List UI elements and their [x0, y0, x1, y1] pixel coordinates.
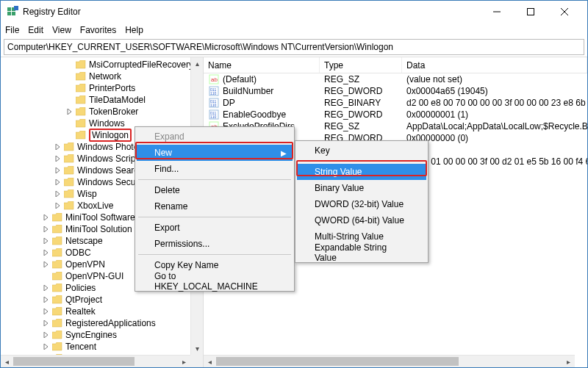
ctx-delete[interactable]: Delete — [137, 182, 293, 198]
tree-item[interactable]: Realtek — [1, 306, 203, 317]
svg-text:ab: ab — [211, 76, 218, 83]
ctx-expand[interactable]: Expand — [137, 129, 293, 145]
tree-item-label: XboxLive — [77, 201, 113, 211]
ctx-rename[interactable]: Rename — [137, 198, 293, 214]
ctx-new-string[interactable]: String Value — [297, 164, 426, 180]
tree-item-label: QtProject — [65, 295, 102, 305]
address-text: Computer\HKEY_CURRENT_USER\SOFTWARE\Micr… — [7, 42, 393, 52]
expand-icon[interactable] — [42, 284, 51, 292]
expand-icon[interactable] — [54, 178, 62, 187]
ctx-go-hklm[interactable]: Go to HKEY_LOCAL_MACHINE — [137, 273, 293, 289]
svg-rect-0 — [7, 7, 11, 11]
value-row[interactable]: 011110EnableGoodbyeREG_DWORD0x00000001 (… — [204, 109, 587, 120]
scroll-right-icon[interactable]: ▸ — [562, 356, 575, 367]
tree-item[interactable]: Network — [1, 71, 203, 82]
expand-icon[interactable] — [42, 342, 51, 351]
expand-icon[interactable] — [65, 107, 74, 116]
tree-item[interactable]: MsiCorruptedFileRecovery — [1, 59, 203, 71]
ctx-new[interactable]: New▶ — [137, 145, 293, 161]
value-name: DP — [223, 98, 235, 108]
expand-icon[interactable] — [42, 237, 51, 245]
scroll-up-icon[interactable]: ▴ — [191, 57, 204, 70]
tree-item[interactable]: SyncEngines — [1, 329, 203, 341]
ctx-new-expand[interactable]: Expandable String Value — [297, 245, 426, 261]
expand-icon[interactable] — [42, 248, 51, 257]
expand-icon[interactable] — [42, 331, 51, 339]
expand-icon[interactable] — [54, 201, 62, 210]
svg-rect-2 — [7, 12, 11, 15]
value-type: REG_SZ — [320, 74, 402, 84]
close-button[interactable] — [548, 1, 581, 23]
window-title: Registry Editor — [23, 7, 480, 17]
value-row[interactable]: 011110DPREG_BINARYd2 00 e8 00 70 00 00 0… — [204, 97, 587, 109]
expand-icon[interactable] — [42, 307, 51, 316]
tree-item-label: SyncEngines — [65, 330, 117, 340]
tree-scrollbar-h[interactable]: ◂ ▸ — [1, 355, 190, 367]
tree-item-label: Realtek — [65, 306, 96, 317]
menu-favorites[interactable]: Favorites — [80, 25, 116, 35]
expand-icon[interactable] — [42, 213, 51, 222]
registry-editor-window: Registry Editor File Edit View Favorites… — [0, 0, 588, 368]
ctx-new-qword[interactable]: QWORD (64-bit) Value — [297, 212, 426, 228]
expand-icon[interactable] — [42, 260, 51, 269]
menu-edit[interactable]: Edit — [28, 25, 43, 35]
value-data: 0x00000001 (1) — [402, 109, 587, 120]
ctx-find[interactable]: Find... — [137, 161, 293, 177]
value-name: BuildNumber — [223, 86, 273, 96]
svg-text:110: 110 — [210, 103, 217, 107]
expand-icon[interactable] — [54, 190, 62, 198]
value-row[interactable]: ab(Default)REG_SZ(value not set) — [204, 73, 587, 85]
ctx-new-key[interactable]: Key — [297, 142, 426, 159]
tree-item-label: Network — [89, 71, 121, 82]
binary-value-icon: 011110 — [208, 98, 220, 108]
value-row[interactable]: 011110BuildNumberREG_DWORD0x00004a65 (19… — [204, 85, 587, 97]
menu-file[interactable]: File — [5, 25, 19, 35]
folder-icon — [64, 190, 74, 198]
col-name[interactable]: Name — [204, 57, 320, 73]
tree-item[interactable]: TileDataModel — [1, 94, 203, 106]
tree-item[interactable]: Tencent — [1, 341, 203, 353]
menu-view[interactable]: View — [52, 25, 71, 35]
expand-icon[interactable] — [42, 225, 51, 234]
scrollbar-thumb[interactable] — [216, 357, 459, 366]
value-name: EnableGoodbye — [223, 109, 286, 120]
scroll-right-icon[interactable]: ▸ — [178, 356, 190, 367]
folder-icon — [76, 131, 86, 140]
expand-icon[interactable] — [42, 295, 51, 304]
values-scrollbar-h[interactable]: ◂ ▸ — [204, 355, 575, 367]
tree-item[interactable]: TokenBroker — [1, 106, 203, 118]
expand-icon[interactable] — [54, 142, 62, 151]
menu-help[interactable]: Help — [125, 25, 143, 35]
folder-icon — [52, 319, 62, 328]
separator — [138, 217, 291, 217]
tree-item[interactable]: PrinterPorts — [1, 82, 203, 94]
tree-item[interactable]: RegisteredApplications — [1, 317, 203, 329]
value-data: (value not set) — [402, 74, 587, 84]
tree-item-label: Winlogon — [89, 129, 132, 142]
separator — [138, 254, 291, 255]
ctx-export[interactable]: Export — [137, 220, 293, 236]
ctx-permissions[interactable]: Permissions... — [137, 236, 293, 252]
scroll-left-icon[interactable]: ◂ — [1, 356, 13, 367]
folder-icon — [76, 72, 86, 81]
col-type[interactable]: Type — [320, 57, 402, 73]
scroll-left-icon[interactable]: ◂ — [204, 356, 216, 367]
scroll-down-icon[interactable]: ▾ — [191, 342, 204, 355]
separator — [298, 161, 425, 162]
ctx-new-dword[interactable]: DWORD (32-bit) Value — [297, 196, 426, 212]
folder-icon — [52, 237, 62, 245]
tree-item-label: TileDataModel — [89, 95, 146, 105]
maximize-button[interactable] — [514, 1, 548, 23]
tree-item[interactable]: QtProject — [1, 294, 203, 306]
col-data[interactable]: Data — [402, 57, 587, 73]
minimize-button[interactable] — [480, 1, 514, 23]
context-submenu-new: Key String Value Binary Value DWORD (32-… — [295, 140, 429, 263]
expand-icon[interactable] — [42, 319, 51, 328]
folder-icon — [52, 272, 62, 281]
address-bar[interactable]: Computer\HKEY_CURRENT_USER\SOFTWARE\Micr… — [4, 39, 584, 55]
tree-item-label: PrinterPorts — [89, 83, 135, 93]
expand-icon[interactable] — [54, 166, 62, 175]
expand-icon[interactable] — [54, 154, 62, 163]
ctx-new-binary[interactable]: Binary Value — [297, 180, 426, 196]
scrollbar-thumb[interactable] — [13, 357, 135, 366]
